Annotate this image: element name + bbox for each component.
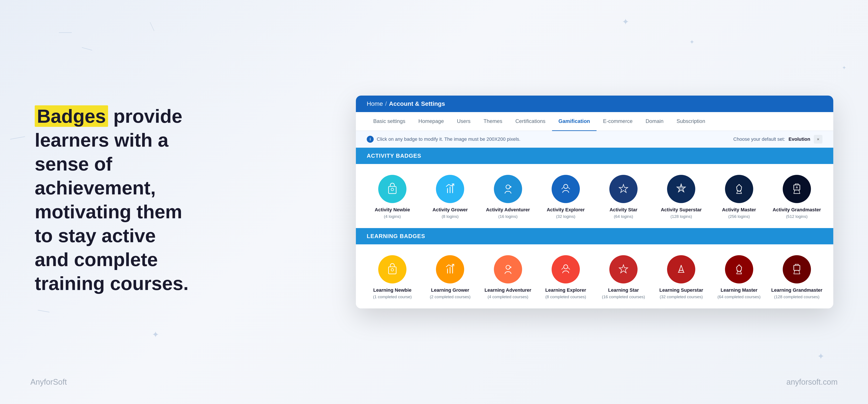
footer-url: anyforsoft.com [786,377,838,386]
footer-brand: AnyforSoft [30,377,67,386]
activity-badges-section: ACTIVITY BADGES Activity Newbie (4 login… [356,148,833,228]
tab-domain[interactable]: Domain [639,112,670,131]
badge-name-superstar: Activity Superstar [661,207,702,213]
default-set-value: Evolution [788,136,810,142]
badge-learning-grower[interactable]: Learning Grower (2 completed courses) [422,255,478,300]
badge-desc-newbie: (4 logins) [384,214,401,220]
badge-desc-l-master: (64 completed courses) [717,294,761,300]
info-message: Click on any badge to modify it. The ima… [377,136,520,142]
badge-desc-l-grandmaster: (128 completed courses) [774,294,819,300]
headline: Badges provide learners with a sense of … [35,104,191,295]
deco-star-5: ✦ [817,352,825,360]
badge-learning-adventurer[interactable]: Learning Adventurer (4 completed courses… [480,255,536,300]
left-panel: Badges provide learners with a sense of … [26,91,199,313]
badge-circle-l-star [609,255,638,284]
info-bar: i Click on any badge to modify it. The i… [356,131,833,148]
learning-explorer-icon [558,262,573,277]
close-button[interactable]: × [814,135,823,144]
badge-desc-l-adventurer: (4 completed courses) [488,294,528,300]
activity-master-icon [732,181,747,197]
badge-desc-l-explorer: (8 completed courses) [545,294,586,300]
badge-learning-newbie[interactable]: Learning Newbie (1 completed course) [365,255,420,300]
badge-name-l-grower: Learning Grower [431,287,469,293]
badge-circle-l-superstar [667,255,695,284]
badge-desc-explorer: (32 logins) [556,214,576,220]
badge-name-adventurer: Activity Adventurer [486,207,530,213]
badge-activity-adventurer[interactable]: Activity Adventurer (16 logins) [480,175,536,220]
learning-badge-grid: Learning Newbie (1 completed course) Lea… [356,244,833,309]
learning-grandmaster-icon [789,262,804,277]
learning-superstar-icon [674,262,689,277]
badge-name-l-explorer: Learning Explorer [545,287,586,293]
svg-point-15 [564,265,568,269]
badge-circle-adventurer [494,175,522,203]
badge-circle-l-adventurer [494,255,522,284]
activity-adventurer-icon [500,181,516,197]
svg-rect-12 [389,267,396,274]
badge-activity-newbie[interactable]: Activity Newbie (4 logins) [365,175,420,220]
activity-star-icon [616,181,631,197]
tab-subscription[interactable]: Subscription [670,112,712,131]
activity-superstar-icon [674,181,689,197]
badge-learning-explorer[interactable]: Learning Explorer (8 completed courses) [538,255,593,300]
badge-circle-l-grandmaster [783,255,811,284]
svg-point-13 [391,269,394,271]
learning-star-icon [616,262,631,277]
svg-point-3 [564,184,568,189]
svg-point-1 [391,188,394,191]
deco-star-4: ✦ [842,65,846,70]
deco-star-1: ✦ [622,18,629,26]
badge-name-newbie: Activity Newbie [375,207,410,213]
badge-desc-superstar: (128 logins) [671,214,692,220]
tab-basic-settings[interactable]: Basic settings [367,112,412,131]
svg-marker-4 [619,184,628,193]
badge-name-grower: Activity Grower [432,207,468,213]
learning-adventurer-icon [500,262,516,277]
badge-name-grandmaster: Activity Grandmaster [773,207,821,213]
badge-activity-grandmaster[interactable]: Activity Grandmaster (512 logins) [769,175,825,220]
learning-master-icon [732,262,747,277]
badge-name-l-grandmaster: Learning Grandmaster [771,287,823,293]
badge-circle-l-explorer [552,255,580,284]
badge-activity-star[interactable]: Activity Star (64 logins) [596,175,651,220]
learning-section-header: LEARNING BADGES [356,228,833,244]
badge-circle-star [609,175,638,203]
tab-gamification[interactable]: Gamification [552,112,596,131]
deco-line-5 [150,22,154,31]
badge-circle-newbie [378,175,406,203]
breadcrumb-current[interactable]: Account & Settings [389,100,445,107]
svg-marker-16 [619,265,628,273]
svg-marker-11 [796,186,798,188]
deco-line-1 [61,28,70,37]
activity-section-header: ACTIVITY BADGES [356,148,833,164]
deco-star-3: ✦ [152,330,159,339]
badge-name-l-adventurer: Learning Adventurer [485,287,531,293]
tab-users[interactable]: Users [451,112,477,131]
badge-desc-master: (256 logins) [728,214,750,220]
learning-newbie-icon [385,262,400,277]
badge-circle-l-master [725,255,753,284]
badge-activity-grower[interactable]: Activity Grower (8 logins) [422,175,478,220]
info-bar-left: i Click on any badge to modify it. The i… [367,136,520,143]
badge-learning-star[interactable]: Learning Star (16 completed courses) [596,255,651,300]
headline-rest: provide learners with a sense of achieve… [35,105,189,294]
breadcrumb-home[interactable]: Home [367,100,383,107]
activity-newbie-icon [385,181,400,197]
badge-activity-superstar[interactable]: Activity Superstar (128 logins) [653,175,709,220]
activity-badge-grid: Activity Newbie (4 logins) Activity Grow… [356,164,833,228]
deco-line-2 [84,44,90,54]
badge-circle-grower [436,175,464,203]
badge-circle-explorer [552,175,580,203]
tab-homepage[interactable]: Homepage [412,112,450,131]
badge-learning-master[interactable]: Learning Master (64 completed courses) [711,255,767,300]
tab-ecommerce[interactable]: E-commerce [596,112,639,131]
badge-activity-explorer[interactable]: Activity Explorer (32 logins) [538,175,593,220]
badge-learning-grandmaster[interactable]: Learning Grandmaster (128 completed cour… [769,255,825,300]
tab-certifications[interactable]: Certifications [509,112,552,131]
badge-learning-superstar[interactable]: Learning Superstar (32 completed courses… [653,255,709,300]
tab-themes[interactable]: Themes [477,112,509,131]
badge-name-master: Activity Master [722,207,756,213]
badge-activity-master[interactable]: Activity Master (256 logins) [711,175,767,220]
page-wrapper: ✦ ✦ ✦ ✦ ✦ Badges provide learners with a… [0,0,868,404]
badge-circle-l-grower [436,255,464,284]
